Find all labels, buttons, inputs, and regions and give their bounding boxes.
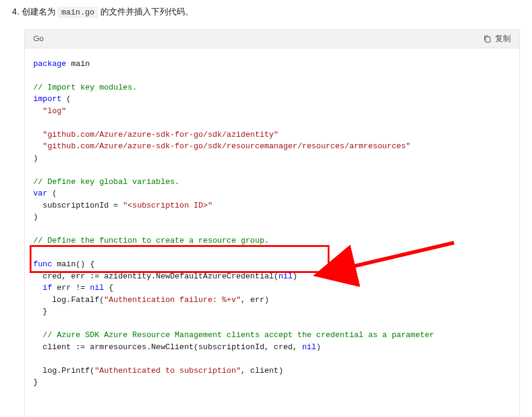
inline-filename: main.go bbox=[57, 7, 98, 18]
step-prefix: 4. 创建名为 bbox=[12, 7, 56, 16]
svg-rect-0 bbox=[485, 37, 490, 42]
code-header: Go 复制 bbox=[25, 30, 519, 48]
copy-icon bbox=[483, 34, 491, 43]
code-panel: Go 复制 package main // Import key modules… bbox=[24, 29, 520, 417]
code-language-label: Go bbox=[33, 34, 44, 43]
instruction-step: 4. 创建名为 main.go 的文件并插入下列代码。 bbox=[12, 5, 520, 19]
copy-button[interactable]: 复制 bbox=[483, 33, 511, 44]
annotation-arrow bbox=[25, 48, 519, 417]
code-block[interactable]: package main // Import key modules. impo… bbox=[25, 48, 519, 417]
arrow-line bbox=[348, 243, 454, 268]
step-suffix: 的文件并插入下列代码。 bbox=[100, 7, 193, 16]
copy-label: 复制 bbox=[495, 33, 511, 44]
